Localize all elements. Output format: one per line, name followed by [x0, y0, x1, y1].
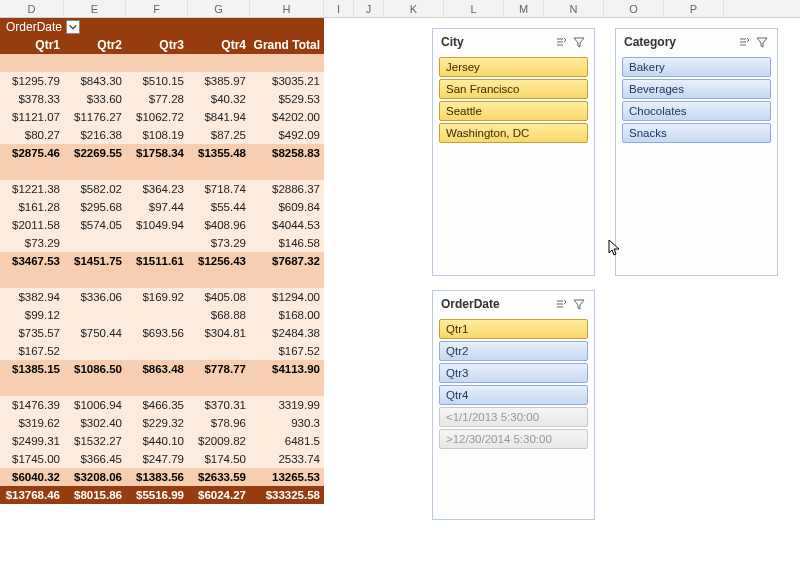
pivot-cell[interactable]: $247.79 — [126, 450, 188, 468]
pivot-cell[interactable]: $77.28 — [126, 90, 188, 108]
pivot-cell[interactable]: $1256.43 — [188, 252, 250, 270]
pivot-cell[interactable]: $1006.94 — [64, 396, 126, 414]
pivot-cell[interactable]: $2886.37 — [250, 180, 324, 198]
pivot-data-row[interactable]: $99.12$68.88$168.00 — [0, 306, 324, 324]
pivot-cell[interactable]: $408.96 — [188, 216, 250, 234]
pivot-cell[interactable]: $1295.79 — [0, 72, 64, 90]
pivot-cell[interactable]: $167.52 — [0, 342, 64, 360]
pivot-cell[interactable]: $1221.38 — [0, 180, 64, 198]
col-header-G[interactable]: G — [188, 0, 250, 17]
pivot-cell[interactable]: $161.28 — [0, 198, 64, 216]
pivot-cell[interactable]: 13265.53 — [250, 468, 324, 486]
pivot-cell[interactable]: $73.29 — [0, 234, 64, 252]
pivot-cell[interactable]: $319.62 — [0, 414, 64, 432]
pivot-data-row[interactable]: $378.33$33.60$77.28$40.32$529.53 — [0, 90, 324, 108]
col-header-H[interactable]: H — [250, 0, 324, 17]
pivot-cell[interactable] — [64, 306, 126, 324]
pivot-data-row[interactable]: $1121.07$1176.27$1062.72$841.94$4202.00 — [0, 108, 324, 126]
pivot-cell[interactable]: $108.19 — [126, 126, 188, 144]
pivot-cell[interactable]: $55.44 — [188, 198, 250, 216]
pivot-cell[interactable]: $2499.31 — [0, 432, 64, 450]
col-header-J[interactable]: J — [354, 0, 384, 17]
pivot-cell[interactable]: $1383.56 — [126, 468, 188, 486]
pivot-cell[interactable]: $1121.07 — [0, 108, 64, 126]
pivot-cell[interactable]: $168.00 — [250, 306, 324, 324]
pivot-cell[interactable]: $7687.32 — [250, 252, 324, 270]
pivot-cell[interactable]: $80.27 — [0, 126, 64, 144]
pivot-cell[interactable]: $366.45 — [64, 450, 126, 468]
pivot-cell[interactable]: $304.81 — [188, 324, 250, 342]
pivot-col-qtr4[interactable]: Qtr4 — [188, 36, 250, 54]
pivot-subtotal-row[interactable]: $1385.15$1086.50$863.48$778.77$4113.90 — [0, 360, 324, 378]
col-header-P[interactable]: P — [664, 0, 724, 17]
pivot-cell[interactable]: $3208.06 — [64, 468, 126, 486]
slicer-orderdate-item[interactable]: Qtr1 — [439, 319, 588, 339]
pivot-cell[interactable]: $3467.53 — [0, 252, 64, 270]
slicer-city-item[interactable]: San Francisco — [439, 79, 588, 99]
pivot-cell[interactable]: 930.3 — [250, 414, 324, 432]
pivot-cell[interactable]: $73.29 — [188, 234, 250, 252]
pivot-cell[interactable]: $378.33 — [0, 90, 64, 108]
pivot-cell[interactable]: $5516.99 — [126, 486, 188, 504]
pivot-cell[interactable]: $385.97 — [188, 72, 250, 90]
pivot-cell[interactable]: $1385.15 — [0, 360, 64, 378]
pivot-cell[interactable]: $167.52 — [250, 342, 324, 360]
pivot-field-dropdown[interactable] — [66, 20, 80, 34]
pivot-cell[interactable]: $382.94 — [0, 288, 64, 306]
pivot-cell[interactable]: $2875.46 — [0, 144, 64, 162]
filter-icon[interactable] — [755, 35, 769, 49]
pivot-cell[interactable]: $146.58 — [250, 234, 324, 252]
pivot-cell[interactable]: $174.50 — [188, 450, 250, 468]
pivot-cell[interactable]: 6481.5 — [250, 432, 324, 450]
slicer-city-item[interactable]: Seattle — [439, 101, 588, 121]
pivot-cell[interactable]: $33325.58 — [250, 486, 324, 504]
pivot-data-row[interactable]: $2011.58$574.05$1049.94$408.96$4044.53 — [0, 216, 324, 234]
slicer-category-item[interactable]: Beverages — [622, 79, 771, 99]
pivot-cell[interactable]: $582.02 — [64, 180, 126, 198]
pivot-cell[interactable]: $529.53 — [250, 90, 324, 108]
pivot-data-row[interactable]: $161.28$295.68$97.44$55.44$609.84 — [0, 198, 324, 216]
pivot-cell[interactable]: $1511.61 — [126, 252, 188, 270]
pivot-col-grandtotal[interactable]: Grand Total — [250, 36, 324, 54]
pivot-cell[interactable]: $466.35 — [126, 396, 188, 414]
pivot-data-row[interactable]: $735.57$750.44$693.56$304.81$2484.38 — [0, 324, 324, 342]
pivot-col-qtr2[interactable]: Qtr2 — [64, 36, 126, 54]
multiselect-icon[interactable] — [554, 35, 568, 49]
slicer-orderdate-item[interactable]: Qtr3 — [439, 363, 588, 383]
pivot-cell[interactable]: $1176.27 — [64, 108, 126, 126]
col-header-O[interactable]: O — [604, 0, 664, 17]
pivot-cell[interactable]: $13768.46 — [0, 486, 64, 504]
pivot-cell[interactable] — [64, 342, 126, 360]
pivot-cell[interactable]: $1451.75 — [64, 252, 126, 270]
pivot-cell[interactable]: $1745.00 — [0, 450, 64, 468]
pivot-cell[interactable] — [64, 234, 126, 252]
col-header-L[interactable]: L — [444, 0, 504, 17]
pivot-cell[interactable]: $1758.34 — [126, 144, 188, 162]
pivot-subtotal-row[interactable]: $3467.53$1451.75$1511.61$1256.43$7687.32 — [0, 252, 324, 270]
pivot-cell[interactable]: $1062.72 — [126, 108, 188, 126]
slicer-category-item[interactable]: Snacks — [622, 123, 771, 143]
pivot-cell[interactable]: $4044.53 — [250, 216, 324, 234]
pivot-cell[interactable]: $1294.00 — [250, 288, 324, 306]
pivot-subtotal-row[interactable]: $2875.46$2269.55$1758.34$1355.48$8258.83 — [0, 144, 324, 162]
pivot-subtotal-row[interactable]: $6040.32$3208.06$1383.56$2633.5913265.53 — [0, 468, 324, 486]
pivot-data-row[interactable]: $167.52$167.52 — [0, 342, 324, 360]
pivot-data-row[interactable]: $73.29$73.29$146.58 — [0, 234, 324, 252]
pivot-cell[interactable]: $99.12 — [0, 306, 64, 324]
pivot-cell[interactable]: $216.38 — [64, 126, 126, 144]
pivot-cell[interactable]: $841.94 — [188, 108, 250, 126]
pivot-cell[interactable] — [126, 342, 188, 360]
pivot-cell[interactable]: $609.84 — [250, 198, 324, 216]
pivot-cell[interactable]: $6040.32 — [0, 468, 64, 486]
col-header-N[interactable]: N — [544, 0, 604, 17]
pivot-cell[interactable]: $68.88 — [188, 306, 250, 324]
pivot-cell[interactable]: $4113.90 — [250, 360, 324, 378]
pivot-cell[interactable]: $510.15 — [126, 72, 188, 90]
pivot-grandtotal-row[interactable]: $13768.46$8015.86$5516.99$6024.27$33325.… — [0, 486, 324, 504]
pivot-cell[interactable]: $40.32 — [188, 90, 250, 108]
pivot-data-row[interactable]: $1295.79$843.30$510.15$385.97$3035.21 — [0, 72, 324, 90]
col-header-D[interactable]: D — [0, 0, 64, 17]
pivot-cell[interactable]: $2009.82 — [188, 432, 250, 450]
filter-icon[interactable] — [572, 35, 586, 49]
pivot-cell[interactable]: $863.48 — [126, 360, 188, 378]
